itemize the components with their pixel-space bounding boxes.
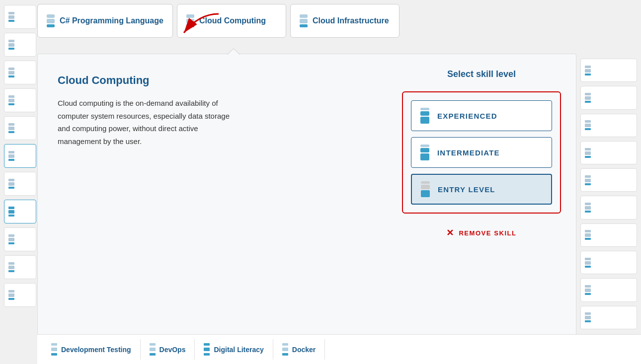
skill-icon — [8, 207, 14, 217]
remove-skill-button[interactable]: ✕ REMOVE SKILL — [402, 223, 561, 242]
list-item[interactable] — [580, 278, 637, 301]
tab-dev-testing-label: Development Testing — [61, 346, 131, 354]
bottom-skill-tabs: Development Testing DevOps Digital Liter… — [37, 334, 641, 364]
skill-level-icon — [47, 14, 55, 27]
skill-icon — [585, 258, 591, 268]
skill-icon — [8, 262, 14, 272]
skill-level-icon — [300, 14, 308, 27]
list-item[interactable] — [4, 200, 36, 223]
experienced-button[interactable]: EXPERIENCED — [411, 100, 552, 131]
tab-cloud-infra[interactable]: Cloud Infrastructure — [290, 4, 400, 38]
skill-level-icon — [51, 343, 57, 356]
skill-detail-popup: Cloud Computing Cloud computing is the o… — [37, 54, 576, 337]
list-item[interactable] — [4, 144, 36, 168]
popup-description: Cloud computing is the on-demand availab… — [58, 97, 237, 147]
tab-csharp[interactable]: C# Programming Language — [37, 4, 173, 38]
list-item[interactable] — [4, 33, 36, 57]
skill-icon — [585, 148, 591, 158]
entry-level-label: ENTRY LEVEL — [438, 185, 495, 194]
tab-devops[interactable]: DevOps — [141, 339, 195, 360]
skill-icon — [585, 285, 591, 295]
skill-icon — [8, 40, 14, 50]
skill-icon — [8, 179, 14, 189]
tab-devops-label: DevOps — [160, 346, 186, 354]
right-skill-list — [576, 54, 641, 334]
list-item[interactable] — [4, 255, 36, 279]
skill-icon — [585, 312, 591, 322]
skill-tabs: C# Programming Language Cloud Computing … — [37, 0, 641, 54]
list-item[interactable] — [580, 223, 637, 247]
list-item[interactable] — [4, 172, 36, 196]
list-item[interactable] — [4, 5, 36, 29]
skill-icon — [8, 123, 14, 133]
popup-content-left: Cloud Computing Cloud computing is the o… — [38, 54, 387, 336]
list-item[interactable] — [580, 251, 637, 274]
tab-cloud-infra-label: Cloud Infrastructure — [313, 16, 389, 25]
skill-icon — [585, 93, 591, 103]
list-item[interactable] — [580, 168, 637, 192]
intermediate-button[interactable]: INTERMEDIATE — [411, 137, 552, 168]
skill-icon — [585, 203, 591, 213]
skill-level-icon — [150, 343, 156, 356]
remove-skill-label: REMOVE SKILL — [459, 229, 516, 237]
list-item[interactable] — [4, 88, 36, 112]
intermediate-icon — [420, 145, 430, 160]
popup-content-right: Select skill level EXPERIENCED INTER — [387, 54, 576, 336]
skill-icon — [8, 68, 14, 77]
skill-icon — [8, 290, 14, 300]
skill-icon — [585, 120, 591, 130]
skill-icon — [8, 151, 14, 161]
experienced-label: EXPERIENCED — [437, 112, 497, 120]
list-item[interactable] — [4, 283, 36, 307]
list-item[interactable] — [580, 141, 637, 164]
list-item[interactable] — [4, 227, 36, 251]
skill-level-icon — [204, 343, 210, 356]
skill-icon — [8, 12, 14, 22]
tab-docker[interactable]: Docker — [273, 339, 325, 360]
entry-level-icon — [421, 181, 431, 197]
remove-icon: ✕ — [446, 227, 454, 238]
popup-title: Cloud Computing — [58, 74, 367, 87]
entry-level-button[interactable]: ENTRY LEVEL — [411, 174, 552, 205]
tab-digital-literacy-label: Digital Literacy — [214, 346, 263, 354]
skill-level-icon — [282, 343, 288, 356]
experienced-icon — [420, 108, 430, 124]
list-item[interactable] — [4, 116, 36, 140]
skill-icon — [8, 95, 14, 105]
list-item[interactable] — [580, 59, 637, 82]
skill-icon — [585, 66, 591, 75]
skill-level-selector: EXPERIENCED INTERMEDIATE ENTRY LEVEL — [402, 91, 561, 214]
skill-icon — [585, 175, 591, 185]
list-item[interactable] — [580, 86, 637, 109]
skill-icon — [585, 230, 591, 240]
list-item[interactable] — [4, 61, 36, 84]
left-skill-list — [0, 0, 37, 364]
tab-digital-literacy[interactable]: Digital Literacy — [195, 339, 273, 360]
arrow-annotation — [159, 9, 224, 39]
skill-level-title: Select skill level — [402, 69, 561, 79]
tab-docker-label: Docker — [292, 346, 316, 354]
skill-icon — [8, 234, 14, 244]
list-item[interactable] — [580, 114, 637, 137]
list-item[interactable] — [580, 196, 637, 219]
tab-csharp-label: C# Programming Language — [60, 16, 163, 25]
tab-dev-testing[interactable]: Development Testing — [42, 339, 141, 360]
intermediate-label: INTERMEDIATE — [437, 148, 500, 157]
list-item[interactable] — [580, 306, 637, 329]
